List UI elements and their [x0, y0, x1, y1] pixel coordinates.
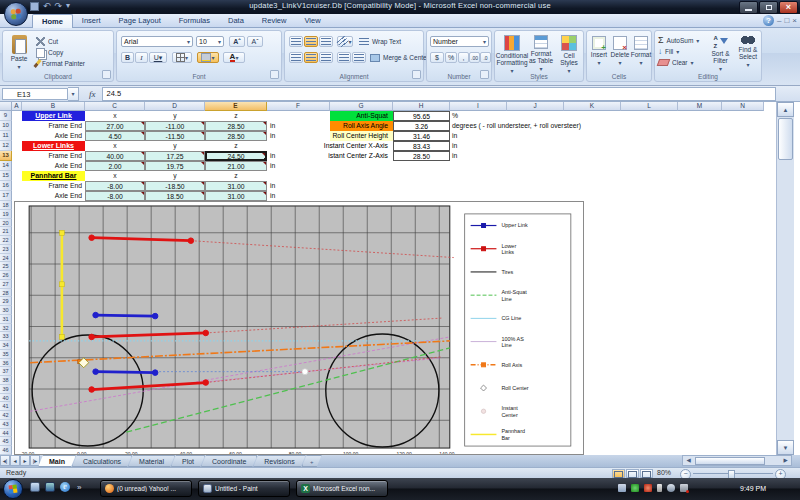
sheet-tab-revisions[interactable]: Revisions — [253, 455, 305, 467]
row-header-30[interactable]: 30 — [0, 306, 12, 315]
row-header-11[interactable]: 11 — [0, 131, 12, 141]
row-header-41[interactable]: 41 — [0, 402, 12, 411]
find-select-button[interactable]: Find & Select▾ — [735, 35, 761, 68]
cut-button[interactable]: Cut — [36, 36, 85, 47]
row-header-32[interactable]: 32 — [0, 324, 12, 333]
sheet-tab-plot[interactable]: Plot — [171, 455, 205, 467]
row-header-38[interactable]: 38 — [0, 376, 12, 385]
font-color-button[interactable]: A▾ — [223, 52, 245, 63]
cell-B16[interactable]: Frame End — [22, 181, 85, 191]
cell-D10[interactable]: -11.00 — [145, 121, 205, 131]
clipboard-dialog-launcher[interactable] — [102, 70, 111, 79]
cell-E14[interactable]: 21.00 — [205, 161, 267, 171]
increase-indent-button[interactable] — [352, 52, 366, 63]
workbook-close-button[interactable]: × — [792, 16, 797, 26]
col-header-J[interactable]: J — [507, 102, 564, 111]
row-header-31[interactable]: 31 — [0, 315, 12, 324]
row-header-33[interactable]: 33 — [0, 332, 12, 341]
cell-D15[interactable]: y — [145, 171, 205, 181]
sheet-tab-coordinate[interactable]: Coordinate — [201, 455, 257, 467]
row-header-16[interactable]: 16 — [0, 181, 12, 191]
bold-button[interactable]: B — [121, 52, 134, 63]
row-header-44[interactable]: 44 — [0, 429, 12, 438]
show-desktop-icon[interactable] — [30, 482, 40, 492]
row-header-27[interactable]: 27 — [0, 280, 12, 289]
sort-filter-button[interactable]: Sort & Filter▾ — [707, 35, 734, 72]
row-header-43[interactable]: 43 — [0, 420, 12, 429]
cell-C17[interactable]: -8.00 — [85, 191, 145, 201]
output-value-instant-center-x-axis[interactable]: 83.43 — [393, 141, 450, 151]
row-header-34[interactable]: 34 — [0, 341, 12, 350]
output-value-istant-center-z-axis[interactable]: 28.50 — [393, 151, 450, 161]
vertical-scrollbar[interactable]: ▲ ▼ — [776, 102, 794, 455]
cell-E10[interactable]: 28.50 — [205, 121, 267, 131]
row-header-14[interactable]: 14 — [0, 161, 12, 171]
underline-button[interactable]: U▾ — [149, 52, 167, 63]
row-header-35[interactable]: 35 — [0, 350, 12, 359]
delete-cells-button[interactable]: Delete▾ — [610, 36, 630, 66]
italic-button[interactable]: I — [135, 52, 148, 63]
row-header-37[interactable]: 37 — [0, 367, 12, 376]
font-size-select[interactable]: 10▾ — [196, 36, 224, 47]
cell-C11[interactable]: 4.50 — [85, 131, 145, 141]
col-header-F[interactable]: F — [267, 102, 330, 111]
col-header-G[interactable]: G — [330, 102, 393, 111]
next-sheet-button[interactable]: ▸ — [20, 455, 30, 466]
accounting-format-button[interactable]: $ — [430, 52, 444, 63]
workbook-restore-button[interactable]: □ — [784, 16, 789, 26]
sheet-tab-calculations[interactable]: Calculations — [72, 455, 132, 467]
ribbon-tab-review[interactable]: Review — [253, 14, 296, 28]
row-header-24[interactable]: 24 — [0, 254, 12, 263]
cell-B12[interactable]: Lower Links — [22, 141, 85, 151]
cell-B9[interactable]: Upper Link — [22, 111, 85, 121]
cell-styles-button[interactable]: Cell Styles▾ — [556, 35, 582, 74]
sheet-tab-main[interactable]: Main — [38, 455, 76, 467]
page-break-view-button[interactable] — [640, 469, 653, 478]
cell-C14[interactable]: 2.00 — [85, 161, 145, 171]
align-top-button[interactable] — [289, 36, 303, 47]
col-header-H[interactable]: H — [393, 102, 450, 111]
scroll-left-icon[interactable]: ◀ — [683, 456, 694, 465]
wrap-text-button[interactable]: Wrap Text — [359, 36, 401, 47]
cell-D11[interactable]: -11.50 — [145, 131, 205, 141]
orientation-button[interactable]: ▾ — [337, 36, 353, 47]
row-header-19[interactable]: 19 — [0, 210, 12, 219]
cell-D12[interactable]: y — [145, 141, 205, 151]
cell-E13[interactable]: 24.50 — [205, 151, 267, 161]
col-header-C[interactable]: C — [85, 102, 145, 111]
row-header-45[interactable]: 45 — [0, 437, 12, 446]
align-center-button[interactable] — [304, 52, 318, 63]
cell-D14[interactable]: 19.75 — [145, 161, 205, 171]
close-button[interactable]: × — [779, 1, 798, 14]
cell-F14[interactable]: in — [267, 161, 330, 171]
col-header-N[interactable]: N — [722, 102, 764, 111]
cell-B13[interactable]: Frame End — [22, 151, 85, 161]
col-header-L[interactable]: L — [621, 102, 678, 111]
name-box[interactable]: E13 — [2, 88, 68, 100]
row-header-20[interactable]: 20 — [0, 219, 12, 228]
page-layout-view-button[interactable] — [626, 469, 639, 478]
internet-explorer-icon[interactable]: e — [60, 482, 70, 492]
cell-E11[interactable]: 28.50 — [205, 131, 267, 141]
prev-sheet-button[interactable]: ◂ — [10, 455, 20, 466]
number-format-select[interactable]: Number▾ — [430, 36, 489, 47]
cell-C9[interactable]: x — [85, 111, 145, 121]
restore-button[interactable] — [759, 1, 778, 14]
borders-button[interactable]: ▾ — [172, 52, 192, 63]
row-header-46[interactable]: 46 — [0, 446, 12, 455]
row-header-42[interactable]: 42 — [0, 411, 12, 420]
font-dialog-launcher[interactable] — [270, 70, 279, 79]
cell-B11[interactable]: Axle End — [22, 131, 85, 141]
office-button[interactable] — [4, 2, 28, 26]
conditional-formatting-button[interactable]: Conditional Formatting▾ — [497, 35, 527, 74]
scroll-down-icon[interactable]: ▼ — [777, 440, 794, 455]
increase-decimal-button[interactable]: .00 — [469, 52, 480, 63]
cell-C15[interactable]: x — [85, 171, 145, 181]
clear-button[interactable]: Clear▾ — [658, 57, 699, 68]
cell-B10[interactable]: Frame End — [22, 121, 85, 131]
row-header-28[interactable]: 28 — [0, 289, 12, 298]
ribbon-tab-view[interactable]: View — [295, 14, 329, 28]
cell-F17[interactable]: in — [267, 191, 330, 201]
row-header-15[interactable]: 15 — [0, 171, 12, 181]
fill-button[interactable]: ↓Fill▾ — [658, 46, 699, 57]
